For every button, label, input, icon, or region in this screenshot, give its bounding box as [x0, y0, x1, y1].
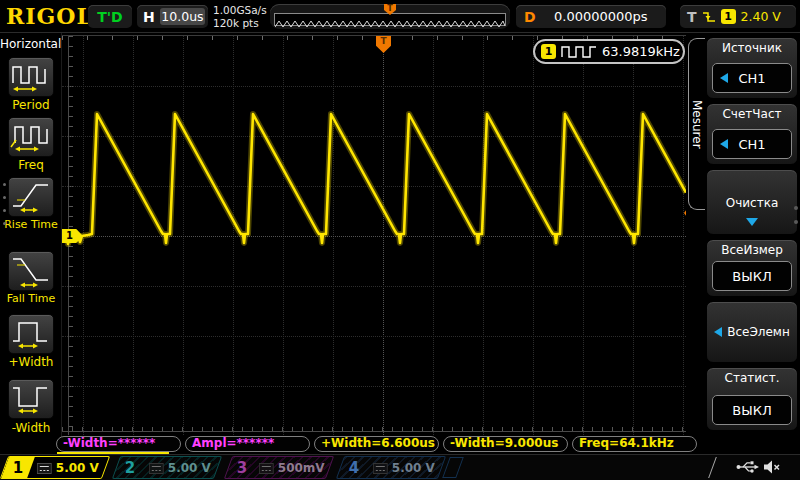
- measurement-slot-1[interactable]: -Width=******: [56, 436, 181, 452]
- falling-edge-icon: [702, 10, 716, 24]
- delay-label: D: [524, 9, 536, 25]
- trigger-status-badge: T'D: [88, 5, 132, 28]
- counter-frequency-value: 63.9819kHz: [602, 44, 680, 59]
- frequency-counter-readout: 1 63.9819kHz: [533, 39, 685, 64]
- square-wave-icon: [561, 45, 597, 58]
- menu-item-all-measure[interactable]: ВсеИзмер ВЫКЛ: [706, 239, 798, 297]
- measure-type-menu: Horizontal Period Freq Rise Time: [0, 33, 62, 447]
- left-arrow-icon: [714, 327, 722, 337]
- measure-menu-panel: Mesurer Источник CH1 СчетЧаст CH1 Очистк…: [686, 33, 800, 447]
- horizontal-label: H: [143, 9, 155, 25]
- measure-item-rise-time[interactable]: [8, 177, 54, 217]
- freq-icon: [9, 118, 53, 156]
- all-measure-value-box: ВЫКЛ: [712, 261, 792, 291]
- measure-item-freq-label: Freq: [0, 158, 62, 172]
- left-arrow-icon: [720, 139, 728, 149]
- counter-source-value-box: CH1: [712, 129, 792, 159]
- measurement-slot-3[interactable]: +Width=6.600us: [314, 436, 439, 452]
- memory-depth: 120k pts: [213, 17, 267, 30]
- dc-coupling-icon: [149, 462, 164, 473]
- channel-4-status[interactable]: 4 5.00 V: [336, 456, 446, 479]
- measurement-slot-2[interactable]: Ampl=******: [185, 436, 310, 452]
- trigger-settings-badge[interactable]: T 1 2.40 V: [680, 5, 796, 28]
- rise-time-icon: [9, 178, 53, 216]
- menu-item-all-elements[interactable]: ВсеЭлемн: [706, 301, 798, 363]
- overview-zigzag-wave: [275, 18, 505, 29]
- menu-item-clear[interactable]: Очистка: [706, 169, 798, 235]
- menu-item-source[interactable]: Источник CH1: [706, 37, 798, 99]
- channel-bar-spacer: [442, 457, 464, 478]
- delay-value: 0.00000000ps: [536, 9, 666, 24]
- measure-item-fall-time[interactable]: [8, 251, 54, 291]
- channel-status-bar: 1 5.00 V 2 5.00 V 3: [0, 454, 800, 480]
- statistics-value-box: ВЫКЛ: [712, 395, 792, 425]
- menu-page-dot: [794, 220, 798, 224]
- measure-menu-title: Horizontal: [0, 33, 61, 51]
- waveform-overview-bar[interactable]: T: [270, 4, 510, 29]
- measure-item-nwidth-label: -Width: [0, 421, 62, 435]
- measure-item-fall-time-label: Fall Time: [0, 292, 62, 305]
- sample-rate: 1.00GSa/s: [213, 4, 267, 17]
- measure-item-pwidth-label: +Width: [0, 355, 62, 369]
- measure-item-period[interactable]: [8, 57, 54, 97]
- measure-item-pwidth[interactable]: [8, 314, 54, 354]
- minus-width-icon: [9, 380, 53, 418]
- left-arrow-icon: [720, 73, 728, 83]
- source-value-box: CH1: [712, 63, 792, 93]
- menu-item-statistics[interactable]: Статист. ВЫКЛ: [706, 367, 798, 431]
- menu-page-dot: [794, 206, 798, 210]
- usb-icon: [736, 460, 760, 474]
- dc-coupling-icon: [259, 462, 274, 473]
- trigger-level-value: 2.40 V: [741, 9, 781, 24]
- channel-3-status[interactable]: 3 500mV: [224, 456, 334, 479]
- measurement-slot-4[interactable]: -Width=9.000us: [443, 436, 568, 452]
- menu-item-counter-source[interactable]: СчетЧаст CH1: [706, 103, 798, 165]
- horizontal-timebase-badge[interactable]: H 10.0us: [137, 5, 208, 28]
- measure-item-nwidth[interactable]: [8, 379, 54, 419]
- channel-2-status[interactable]: 2 5.00 V: [112, 456, 222, 479]
- measurement-slot-5[interactable]: Freq=64.1kHz: [572, 436, 697, 452]
- top-status-bar: RIGOL T'D H 10.0us 1.00GSa/s 120k pts T …: [0, 0, 800, 33]
- channel-1-status[interactable]: 1 5.00 V: [0, 456, 110, 479]
- rigol-logo: RIGOL: [6, 3, 93, 29]
- dc-coupling-icon: [37, 462, 52, 473]
- timebase-value: 10.0us: [160, 8, 205, 25]
- measure-item-freq[interactable]: [8, 117, 54, 157]
- trigger-source-chip: 1: [721, 9, 736, 24]
- measure-item-rise-time-label: Rise Time: [0, 218, 62, 231]
- down-arrow-icon: [746, 218, 758, 226]
- counter-source-chip: 1: [541, 44, 556, 59]
- acquisition-info: 1.00GSa/s 120k pts: [213, 4, 267, 29]
- fall-time-icon: [9, 252, 53, 290]
- ch1-waveform: [62, 35, 686, 435]
- plus-width-icon: [9, 315, 53, 353]
- status-separator: [708, 457, 726, 478]
- measure-item-period-label: Period: [0, 98, 62, 112]
- speaker-muted-icon: [763, 459, 781, 475]
- trigger-label: T: [687, 9, 697, 25]
- trigger-delay-badge[interactable]: D 0.00000000ps: [516, 5, 666, 28]
- mesurer-menu-tab[interactable]: Mesurer: [688, 38, 705, 210]
- dc-coupling-icon: [373, 462, 388, 473]
- period-icon: [9, 58, 53, 96]
